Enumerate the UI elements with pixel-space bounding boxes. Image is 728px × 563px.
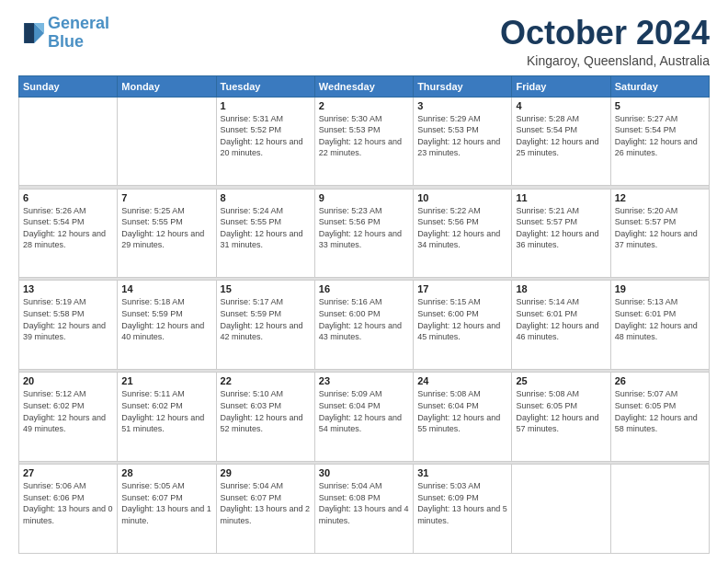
calendar-cell-w4-d3: 22Sunrise: 5:10 AMSunset: 6:03 PMDayligh…	[216, 373, 314, 462]
calendar-cell-w3-d1: 13Sunrise: 5:19 AMSunset: 5:58 PMDayligh…	[19, 281, 118, 370]
day-info: Sunrise: 5:30 AMSunset: 5:53 PMDaylight:…	[319, 113, 409, 159]
day-number: 28	[121, 467, 211, 478]
calendar-cell-w1-d7: 5Sunrise: 5:27 AMSunset: 5:54 PMDaylight…	[610, 97, 709, 186]
day-number: 15	[221, 283, 311, 294]
day-number: 23	[319, 375, 409, 386]
calendar-cell-w2-d4: 9Sunrise: 5:23 AMSunset: 5:56 PMDaylight…	[314, 189, 413, 278]
day-info: Sunrise: 5:18 AMSunset: 5:59 PMDaylight:…	[121, 296, 211, 342]
calendar-cell-w1-d1	[19, 97, 118, 186]
day-info: Sunrise: 5:22 AMSunset: 5:56 PMDaylight:…	[417, 205, 507, 251]
day-number: 7	[121, 192, 211, 203]
day-info: Sunrise: 5:04 AMSunset: 6:07 PMDaylight:…	[221, 480, 311, 526]
calendar-cell-w4-d1: 20Sunrise: 5:12 AMSunset: 6:02 PMDayligh…	[19, 373, 118, 462]
calendar-cell-w3-d4: 16Sunrise: 5:16 AMSunset: 6:00 PMDayligh…	[314, 281, 413, 370]
day-number: 31	[417, 467, 507, 478]
day-info: Sunrise: 5:08 AMSunset: 6:05 PMDaylight:…	[516, 388, 606, 434]
logo-general: General	[48, 14, 109, 32]
day-info: Sunrise: 5:23 AMSunset: 5:56 PMDaylight:…	[319, 205, 409, 251]
day-info: Sunrise: 5:26 AMSunset: 5:54 PMDaylight:…	[23, 205, 113, 251]
calendar-cell-w5-d2: 28Sunrise: 5:05 AMSunset: 6:07 PMDayligh…	[118, 465, 216, 554]
day-number: 13	[23, 283, 113, 294]
day-info: Sunrise: 5:28 AMSunset: 5:54 PMDaylight:…	[516, 113, 606, 159]
calendar-cell-w1-d4: 2Sunrise: 5:30 AMSunset: 5:53 PMDaylight…	[314, 97, 413, 186]
subtitle: Kingaroy, Queensland, Australia	[500, 53, 710, 68]
svg-marker-1	[24, 23, 34, 43]
calendar-cell-w5-d1: 27Sunrise: 5:06 AMSunset: 6:06 PMDayligh…	[19, 465, 118, 554]
day-number: 6	[23, 192, 113, 203]
day-number: 18	[516, 283, 606, 294]
col-saturday: Saturday	[610, 75, 709, 97]
day-info: Sunrise: 5:31 AMSunset: 5:52 PMDaylight:…	[221, 113, 311, 159]
day-info: Sunrise: 5:07 AMSunset: 6:05 PMDaylight:…	[615, 388, 705, 434]
day-info: Sunrise: 5:21 AMSunset: 5:57 PMDaylight:…	[516, 205, 606, 251]
calendar-cell-w1-d6: 4Sunrise: 5:28 AMSunset: 5:54 PMDaylight…	[512, 97, 610, 186]
day-info: Sunrise: 5:12 AMSunset: 6:02 PMDaylight:…	[23, 388, 113, 434]
calendar-cell-w1-d2	[118, 97, 216, 186]
day-info: Sunrise: 5:15 AMSunset: 6:00 PMDaylight:…	[417, 296, 507, 342]
day-number: 27	[23, 467, 113, 478]
day-info: Sunrise: 5:24 AMSunset: 5:55 PMDaylight:…	[221, 205, 311, 251]
header: General Blue October 2024 Kingaroy, Quee…	[18, 15, 710, 68]
calendar-cell-w1-d5: 3Sunrise: 5:29 AMSunset: 5:53 PMDaylight…	[414, 97, 512, 186]
day-number: 3	[417, 100, 507, 111]
day-number: 9	[319, 192, 409, 203]
col-friday: Friday	[512, 75, 610, 97]
day-info: Sunrise: 5:13 AMSunset: 6:01 PMDaylight:…	[615, 296, 705, 342]
day-number: 22	[221, 375, 311, 386]
calendar-cell-w4-d6: 25Sunrise: 5:08 AMSunset: 6:05 PMDayligh…	[512, 373, 610, 462]
calendar-week-3: 13Sunrise: 5:19 AMSunset: 5:58 PMDayligh…	[19, 281, 710, 370]
day-number: 26	[615, 375, 705, 386]
page: General Blue October 2024 Kingaroy, Quee…	[0, 0, 728, 563]
calendar-week-4: 20Sunrise: 5:12 AMSunset: 6:02 PMDayligh…	[19, 373, 710, 462]
calendar-week-5: 27Sunrise: 5:06 AMSunset: 6:06 PMDayligh…	[19, 465, 710, 554]
day-number: 30	[319, 467, 409, 478]
calendar-cell-w2-d3: 8Sunrise: 5:24 AMSunset: 5:55 PMDaylight…	[216, 189, 314, 278]
day-info: Sunrise: 5:10 AMSunset: 6:03 PMDaylight:…	[221, 388, 311, 434]
logo-icon	[18, 20, 44, 46]
day-number: 11	[516, 192, 606, 203]
main-title: October 2024	[500, 15, 710, 52]
day-number: 1	[221, 100, 311, 111]
day-info: Sunrise: 5:25 AMSunset: 5:55 PMDaylight:…	[121, 205, 211, 251]
day-number: 16	[319, 283, 409, 294]
day-info: Sunrise: 5:29 AMSunset: 5:53 PMDaylight:…	[417, 113, 507, 159]
day-info: Sunrise: 5:09 AMSunset: 6:04 PMDaylight:…	[319, 388, 409, 434]
day-number: 10	[417, 192, 507, 203]
calendar-cell-w5-d5: 31Sunrise: 5:03 AMSunset: 6:09 PMDayligh…	[414, 465, 512, 554]
day-info: Sunrise: 5:03 AMSunset: 6:09 PMDaylight:…	[417, 480, 507, 526]
day-number: 25	[516, 375, 606, 386]
day-info: Sunrise: 5:14 AMSunset: 6:01 PMDaylight:…	[516, 296, 606, 342]
col-wednesday: Wednesday	[314, 75, 413, 97]
col-monday: Monday	[118, 75, 216, 97]
day-info: Sunrise: 5:16 AMSunset: 6:00 PMDaylight:…	[319, 296, 409, 342]
calendar-cell-w2-d5: 10Sunrise: 5:22 AMSunset: 5:56 PMDayligh…	[414, 189, 512, 278]
day-info: Sunrise: 5:06 AMSunset: 6:06 PMDaylight:…	[23, 480, 113, 526]
day-number: 19	[615, 283, 705, 294]
calendar-table: Sunday Monday Tuesday Wednesday Thursday…	[18, 75, 710, 554]
day-number: 5	[615, 100, 705, 111]
logo-blue: Blue	[48, 32, 84, 51]
calendar-cell-w4-d7: 26Sunrise: 5:07 AMSunset: 6:05 PMDayligh…	[610, 373, 709, 462]
calendar-cell-w4-d4: 23Sunrise: 5:09 AMSunset: 6:04 PMDayligh…	[314, 373, 413, 462]
day-info: Sunrise: 5:08 AMSunset: 6:04 PMDaylight:…	[417, 388, 507, 434]
col-tuesday: Tuesday	[216, 75, 314, 97]
day-info: Sunrise: 5:17 AMSunset: 5:59 PMDaylight:…	[221, 296, 311, 342]
calendar-cell-w3-d6: 18Sunrise: 5:14 AMSunset: 6:01 PMDayligh…	[512, 281, 610, 370]
calendar-cell-w3-d7: 19Sunrise: 5:13 AMSunset: 6:01 PMDayligh…	[610, 281, 709, 370]
calendar-cell-w4-d5: 24Sunrise: 5:08 AMSunset: 6:04 PMDayligh…	[414, 373, 512, 462]
calendar-cell-w2-d6: 11Sunrise: 5:21 AMSunset: 5:57 PMDayligh…	[512, 189, 610, 278]
calendar-week-1: 1Sunrise: 5:31 AMSunset: 5:52 PMDaylight…	[19, 97, 710, 186]
calendar-header-row: Sunday Monday Tuesday Wednesday Thursday…	[19, 75, 710, 97]
calendar-cell-w5-d7	[610, 465, 709, 554]
day-number: 12	[615, 192, 705, 203]
calendar-cell-w3-d3: 15Sunrise: 5:17 AMSunset: 5:59 PMDayligh…	[216, 281, 314, 370]
day-number: 20	[23, 375, 113, 386]
calendar-cell-w5-d4: 30Sunrise: 5:04 AMSunset: 6:08 PMDayligh…	[314, 465, 413, 554]
day-info: Sunrise: 5:20 AMSunset: 5:57 PMDaylight:…	[615, 205, 705, 251]
calendar-cell-w3-d2: 14Sunrise: 5:18 AMSunset: 5:59 PMDayligh…	[118, 281, 216, 370]
calendar-cell-w3-d5: 17Sunrise: 5:15 AMSunset: 6:00 PMDayligh…	[414, 281, 512, 370]
logo-text: General Blue	[48, 15, 109, 52]
calendar-week-2: 6Sunrise: 5:26 AMSunset: 5:54 PMDaylight…	[19, 189, 710, 278]
col-sunday: Sunday	[19, 75, 118, 97]
day-info: Sunrise: 5:27 AMSunset: 5:54 PMDaylight:…	[615, 113, 705, 159]
